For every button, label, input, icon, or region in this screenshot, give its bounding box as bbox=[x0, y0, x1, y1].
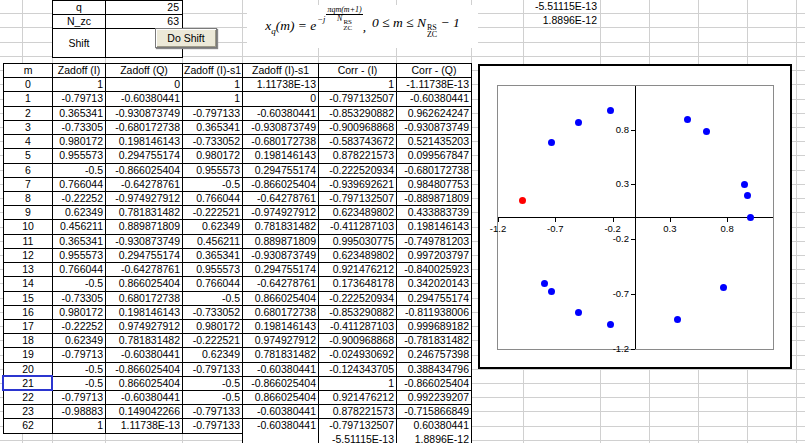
cell[interactable]: -0.60380441 bbox=[243, 363, 319, 377]
cell[interactable]: -0.680172738 bbox=[106, 121, 183, 135]
cell[interactable]: 1 bbox=[53, 78, 106, 92]
cell[interactable]: -0.866025404 bbox=[106, 164, 183, 178]
cell[interactable]: 1.11738E-13 bbox=[106, 419, 183, 433]
cell[interactable]: -0.797132507 bbox=[319, 92, 397, 106]
cell[interactable]: -0.680172738 bbox=[243, 135, 319, 149]
cell[interactable]: -0.79713 bbox=[53, 391, 106, 405]
cell[interactable]: -0.930873749 bbox=[243, 249, 319, 263]
cell[interactable]: -0.79713 bbox=[53, 348, 106, 362]
cell[interactable]: -0.64278761 bbox=[106, 178, 183, 192]
cell[interactable]: 1 bbox=[319, 377, 397, 391]
cell[interactable]: -0.974927912 bbox=[106, 192, 183, 206]
column-header[interactable]: Zadoff (I) bbox=[53, 64, 106, 78]
cell[interactable]: -0.797132507 bbox=[319, 192, 397, 206]
cell[interactable]: -0.22252 bbox=[53, 320, 106, 334]
cell[interactable]: 4 bbox=[4, 135, 53, 149]
cell[interactable]: 0.62349 bbox=[53, 334, 106, 348]
cell[interactable]: 0.781831482 bbox=[106, 206, 183, 220]
cell[interactable]: 0.456211 bbox=[183, 235, 243, 249]
cell[interactable]: 0.974927912 bbox=[243, 334, 319, 348]
column-header[interactable]: Corr - (Q) bbox=[397, 64, 472, 78]
cell[interactable]: 0.878221573 bbox=[319, 149, 397, 163]
cell[interactable]: 0.995030775 bbox=[319, 235, 397, 249]
cell[interactable]: 0.623489802 bbox=[319, 206, 397, 220]
cell[interactable]: 0.680172738 bbox=[106, 292, 183, 306]
shift-label-cell[interactable]: Shift bbox=[53, 29, 106, 58]
nzc-value-cell[interactable]: 63 bbox=[106, 15, 183, 29]
sum-cell[interactable]: 1.8896E-12 bbox=[397, 433, 472, 443]
cell[interactable]: 0.62349 bbox=[183, 348, 243, 362]
column-header[interactable]: Zadoff (Q) bbox=[106, 64, 183, 78]
cell[interactable]: 0.198146143 bbox=[106, 306, 183, 320]
q-value-cell[interactable]: 25 bbox=[106, 1, 183, 15]
cell[interactable]: -0.797132507 bbox=[319, 419, 397, 433]
corr-sum-q-cell[interactable]: 1.8896E-12 bbox=[523, 14, 600, 28]
column-header[interactable]: m bbox=[4, 64, 53, 78]
cell[interactable]: 12 bbox=[4, 249, 53, 263]
cell[interactable]: 1.11738E-13 bbox=[243, 78, 319, 92]
cell[interactable]: -0.583743672 bbox=[319, 135, 397, 149]
cell[interactable]: 0.198146143 bbox=[243, 320, 319, 334]
cell[interactable]: -0.5 bbox=[183, 391, 243, 405]
cell[interactable]: 0.623489802 bbox=[319, 249, 397, 263]
nzc-label-cell[interactable]: N_zc bbox=[53, 15, 106, 29]
cell[interactable]: 0.766044 bbox=[53, 178, 106, 192]
cell[interactable]: -0.781831482 bbox=[397, 334, 472, 348]
cell[interactable]: 0.173648178 bbox=[319, 277, 397, 291]
cell[interactable]: 0.294755174 bbox=[397, 292, 472, 306]
cell[interactable]: -0.64278761 bbox=[106, 263, 183, 277]
cell[interactable]: -0.5 bbox=[53, 164, 106, 178]
cell[interactable]: -0.73305 bbox=[53, 292, 106, 306]
cell[interactable]: -0.124343705 bbox=[319, 363, 397, 377]
cell[interactable]: 0.246757398 bbox=[397, 348, 472, 362]
cell[interactable]: 18 bbox=[4, 334, 53, 348]
cell[interactable]: 0.955573 bbox=[53, 249, 106, 263]
cell[interactable]: -0.73305 bbox=[53, 121, 106, 135]
cell[interactable]: 0.955573 bbox=[53, 149, 106, 163]
cell[interactable]: -0.79713 bbox=[53, 92, 106, 106]
cell[interactable]: 8 bbox=[4, 192, 53, 206]
cell[interactable]: -0.733052 bbox=[183, 135, 243, 149]
cell[interactable]: 5 bbox=[4, 149, 53, 163]
cell[interactable]: 0.955573 bbox=[183, 263, 243, 277]
cell[interactable]: -0.5 bbox=[183, 377, 243, 391]
cell[interactable]: -0.64278761 bbox=[243, 277, 319, 291]
cell[interactable]: -0.749781203 bbox=[397, 235, 472, 249]
cell[interactable]: -0.733052 bbox=[183, 306, 243, 320]
cell[interactable]: 2 bbox=[4, 107, 53, 121]
cell[interactable]: 0.980172 bbox=[183, 149, 243, 163]
cell[interactable]: -0.222521 bbox=[183, 206, 243, 220]
cell[interactable]: 0.294755174 bbox=[106, 249, 183, 263]
cell[interactable]: -0.60380441 bbox=[106, 348, 183, 362]
cell[interactable]: -0.853290882 bbox=[319, 107, 397, 121]
cell[interactable]: 0.342020143 bbox=[397, 277, 472, 291]
cell[interactable]: 6 bbox=[4, 164, 53, 178]
cell[interactable]: 0.62349 bbox=[183, 220, 243, 234]
cell[interactable]: 9 bbox=[4, 206, 53, 220]
cell[interactable]: -0.797133 bbox=[183, 363, 243, 377]
cell[interactable]: 0 bbox=[106, 78, 183, 92]
cell[interactable]: -0.5 bbox=[53, 277, 106, 291]
cell[interactable]: 1 bbox=[53, 419, 106, 433]
cell[interactable]: 10 bbox=[4, 220, 53, 234]
cell[interactable]: 0.999689182 bbox=[397, 320, 472, 334]
cell[interactable]: 0.365341 bbox=[53, 235, 106, 249]
cell[interactable]: 16 bbox=[4, 306, 53, 320]
cell[interactable]: -0.866025404 bbox=[243, 377, 319, 391]
cell[interactable]: 0.766044 bbox=[183, 192, 243, 206]
cell[interactable]: 0.866025404 bbox=[243, 292, 319, 306]
cell[interactable]: 0.365341 bbox=[53, 107, 106, 121]
cell[interactable]: 13 bbox=[4, 263, 53, 277]
cell[interactable]: -0.5 bbox=[183, 292, 243, 306]
column-header[interactable]: Zadoff (I)-s1 bbox=[183, 64, 243, 78]
q-label-cell[interactable]: q bbox=[53, 1, 106, 15]
cell[interactable]: 0.992239207 bbox=[397, 391, 472, 405]
do-shift-button[interactable]: Do Shift bbox=[155, 28, 217, 48]
cell[interactable]: 0.997203797 bbox=[397, 249, 472, 263]
cell[interactable]: -0.22252 bbox=[53, 192, 106, 206]
cell[interactable]: 3 bbox=[4, 121, 53, 135]
cell[interactable]: 7 bbox=[4, 178, 53, 192]
cell[interactable]: 0.60380441 bbox=[397, 419, 472, 433]
cell[interactable]: 0.980172 bbox=[53, 306, 106, 320]
cell[interactable]: 0.149042266 bbox=[106, 405, 183, 419]
